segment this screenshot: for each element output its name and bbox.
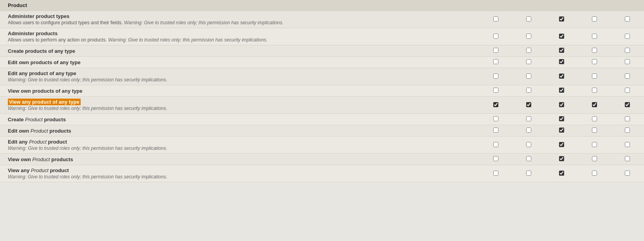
permission-checkbox[interactable] — [592, 88, 597, 93]
permission-checkbox[interactable] — [559, 88, 564, 93]
table-row: Administer productsAllows users to perfo… — [0, 28, 644, 45]
permission-checkbox[interactable] — [559, 34, 564, 39]
table-row: Edit own products of any type — [0, 57, 644, 68]
perm-name: Edit own products of any type — [8, 59, 81, 65]
table-row: Create products of any type — [0, 45, 644, 57]
perm-name: Edit any product of any type — [8, 70, 76, 76]
permission-checkbox[interactable] — [625, 102, 630, 107]
permission-checkbox[interactable] — [493, 156, 498, 161]
perm-description: Allows users to perform any action on pr… — [8, 37, 472, 43]
perm-name: Create products of any type — [8, 48, 75, 54]
permission-checkbox[interactable] — [559, 171, 564, 176]
table-row: View own products of any type — [0, 85, 644, 97]
permission-checkbox[interactable] — [625, 48, 630, 53]
perm-description: Warning: Give to trusted roles only; thi… — [8, 146, 472, 151]
permission-checkbox[interactable] — [625, 142, 630, 147]
permission-checkbox[interactable] — [493, 48, 498, 53]
permission-checkbox[interactable] — [559, 128, 564, 133]
perm-description: Warning: Give to trusted roles only; thi… — [8, 77, 472, 83]
table-row: Create Product products — [0, 114, 644, 125]
permissions-table: Administer product typesAllows users to … — [0, 11, 644, 182]
permission-checkbox[interactable] — [493, 88, 498, 93]
permission-checkbox[interactable] — [592, 16, 597, 22]
permission-checkbox[interactable] — [592, 74, 597, 79]
permission-checkbox[interactable] — [493, 142, 498, 147]
permission-checkbox[interactable] — [559, 102, 564, 107]
permission-checkbox[interactable] — [493, 171, 498, 176]
table-row: View own Product products — [0, 154, 644, 165]
permission-checkbox[interactable] — [592, 34, 597, 39]
perm-name: View any — [8, 167, 31, 173]
permission-checkbox[interactable] — [625, 88, 630, 93]
permission-checkbox[interactable] — [592, 128, 597, 133]
perm-name: Edit any — [8, 139, 29, 145]
table-row: Edit any Product productWarning: Give to… — [0, 137, 644, 154]
permission-checkbox[interactable] — [493, 74, 498, 79]
permission-checkbox[interactable] — [592, 171, 597, 176]
permissions-container: Product Administer product typesAllows u… — [0, 0, 644, 241]
section-title: Product — [8, 2, 27, 8]
permission-checkbox[interactable] — [526, 16, 531, 22]
table-row: Edit own Product products — [0, 125, 644, 137]
permission-checkbox[interactable] — [625, 171, 630, 176]
permission-checkbox[interactable] — [559, 48, 564, 53]
table-row: Administer product typesAllows users to … — [0, 11, 644, 28]
permission-checkbox[interactable] — [526, 88, 531, 93]
permission-checkbox[interactable] — [559, 156, 564, 161]
permission-checkbox[interactable] — [592, 102, 597, 107]
permission-checkbox[interactable] — [559, 142, 564, 147]
permission-checkbox[interactable] — [526, 59, 531, 64]
permission-checkbox[interactable] — [592, 156, 597, 161]
section-header: Product — [0, 0, 644, 11]
permission-checkbox[interactable] — [625, 16, 630, 22]
perm-name: Administer product types — [8, 13, 69, 19]
permission-checkbox[interactable] — [493, 116, 498, 121]
permission-checkbox[interactable] — [493, 34, 498, 39]
perm-description: Warning: Give to trusted roles only; thi… — [8, 174, 472, 180]
permission-checkbox[interactable] — [526, 34, 531, 39]
perm-name: View own products of any type — [8, 88, 82, 94]
permission-checkbox[interactable] — [625, 116, 630, 121]
perm-description: Warning: Give to trusted roles only; thi… — [8, 106, 472, 111]
table-row: View any Product productWarning: Give to… — [0, 165, 644, 182]
perm-name: View own — [8, 156, 32, 162]
permission-checkbox[interactable] — [559, 74, 564, 79]
permission-checkbox[interactable] — [592, 116, 597, 121]
table-row: Edit any product of any typeWarning: Giv… — [0, 68, 644, 85]
perm-name: Administer products — [8, 31, 58, 36]
table-row: View any product of any typeWarning: Giv… — [0, 97, 644, 114]
permission-checkbox[interactable] — [625, 128, 630, 133]
perm-name: Create — [8, 117, 25, 122]
permission-checkbox[interactable] — [559, 16, 564, 22]
permission-checkbox[interactable] — [493, 102, 498, 107]
permission-checkbox[interactable] — [625, 34, 630, 39]
perm-name: View any product of any type — [8, 99, 81, 105]
permission-checkbox[interactable] — [592, 142, 597, 147]
perm-description: Allows users to configure product types … — [8, 20, 472, 25]
permission-checkbox[interactable] — [559, 59, 564, 64]
permission-checkbox[interactable] — [526, 156, 531, 161]
permission-checkbox[interactable] — [493, 128, 498, 133]
permission-checkbox[interactable] — [493, 59, 498, 64]
permission-checkbox[interactable] — [526, 142, 531, 147]
permission-checkbox[interactable] — [559, 116, 564, 121]
permission-checkbox[interactable] — [625, 59, 630, 64]
permission-checkbox[interactable] — [526, 102, 531, 107]
permission-checkbox[interactable] — [625, 74, 630, 79]
permission-checkbox[interactable] — [493, 16, 498, 22]
permission-checkbox[interactable] — [526, 74, 531, 79]
permission-checkbox[interactable] — [526, 48, 531, 53]
perm-name: Edit own — [8, 128, 31, 134]
permission-checkbox[interactable] — [526, 116, 531, 121]
permission-checkbox[interactable] — [625, 156, 630, 161]
permission-checkbox[interactable] — [592, 48, 597, 53]
permission-checkbox[interactable] — [526, 171, 531, 176]
permission-checkbox[interactable] — [526, 128, 531, 133]
permission-checkbox[interactable] — [592, 59, 597, 64]
